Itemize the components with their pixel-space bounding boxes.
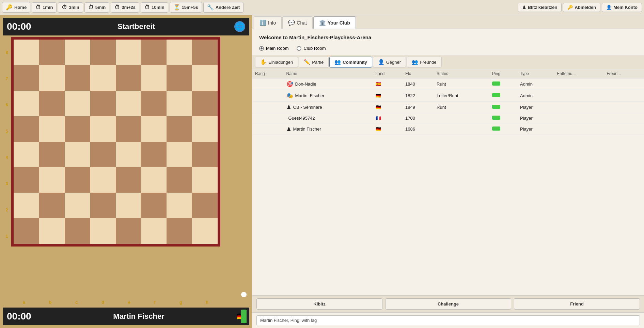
cell-c1[interactable] <box>65 218 90 244</box>
col-type[interactable]: Type <box>517 69 554 78</box>
5min-button[interactable]: ⏱ 5min <box>84 2 109 13</box>
cell-h7[interactable] <box>192 65 218 91</box>
col-name[interactable]: Name <box>284 69 373 78</box>
blitz-kiebitzen-button[interactable]: ♟ Blitz kiebitzen <box>518 3 562 12</box>
cell-c7[interactable] <box>65 65 90 91</box>
tab-your-club[interactable]: 🏛️ Your Club <box>313 16 356 29</box>
cell-e8[interactable] <box>116 40 141 65</box>
cell-e3[interactable] <box>116 167 141 193</box>
cell-g6[interactable] <box>167 91 192 116</box>
cell-e6[interactable] <box>116 91 141 116</box>
cell-f5[interactable] <box>141 116 167 142</box>
3min-button[interactable]: ⏱ 3min <box>58 2 83 13</box>
cell-g4[interactable] <box>167 142 192 167</box>
cell-f3[interactable] <box>141 167 167 193</box>
cell-b6[interactable] <box>39 91 65 116</box>
cell-h5[interactable] <box>192 116 218 142</box>
community-button[interactable]: 👥 Community <box>329 57 372 68</box>
col-entfernung[interactable]: Entfernu... <box>554 69 604 78</box>
table-row[interactable]: ♟ Martin Fischer 🇩🇪 1686 Player <box>252 123 644 135</box>
col-land[interactable]: Land <box>373 69 403 78</box>
abmelden-button[interactable]: 🔑 Abmelden <box>563 3 600 12</box>
col-ping[interactable]: Ping <box>489 69 517 78</box>
cell-c5[interactable] <box>65 116 90 142</box>
mein-konto-button[interactable]: 👤 Mein Konto <box>602 3 642 12</box>
cell-f4[interactable] <box>141 142 167 167</box>
cell-e2[interactable] <box>116 193 141 218</box>
col-elo[interactable]: Elo <box>403 69 434 78</box>
club-room-radio[interactable] <box>297 46 301 51</box>
cell-g7[interactable] <box>167 65 192 91</box>
tab-info[interactable]: ℹ️ Info <box>254 16 282 29</box>
cell-e4[interactable] <box>116 142 141 167</box>
cell-b5[interactable] <box>39 116 65 142</box>
cell-b7[interactable] <box>39 65 65 91</box>
cell-h8[interactable] <box>192 40 218 65</box>
club-room-option[interactable]: Club Room <box>297 46 326 51</box>
cell-f1[interactable] <box>141 218 167 244</box>
cell-c2[interactable] <box>65 193 90 218</box>
challenge-button[interactable]: Challenge <box>385 298 511 310</box>
cell-h3[interactable] <box>192 167 218 193</box>
cell-f8[interactable] <box>141 40 167 65</box>
kibitz-button[interactable]: Kibitz <box>256 298 382 310</box>
main-room-option[interactable]: Main Room <box>259 46 288 51</box>
col-status[interactable]: Status <box>434 69 489 78</box>
andere-zeit-button[interactable]: 🔧 Andere Zeit <box>203 2 244 13</box>
cell-b4[interactable] <box>39 142 65 167</box>
cell-d5[interactable] <box>90 116 116 142</box>
cell-h4[interactable] <box>192 142 218 167</box>
main-room-radio[interactable] <box>259 46 264 51</box>
cell-g8[interactable] <box>167 40 192 65</box>
friend-button[interactable]: Friend <box>514 298 640 310</box>
cell-d3[interactable] <box>90 167 116 193</box>
col-freunde[interactable]: Freun... <box>604 69 644 78</box>
table-row[interactable]: 🎯 Don-Nadie 🇪🇸 1840 Ruht Admin <box>252 78 644 90</box>
cell-a5[interactable] <box>14 116 39 142</box>
cell-c6[interactable] <box>65 91 90 116</box>
cell-h1[interactable] <box>192 218 218 244</box>
cell-b8[interactable] <box>39 40 65 65</box>
freunde-button[interactable]: 👥 Freunde <box>407 57 441 68</box>
cell-f6[interactable] <box>141 91 167 116</box>
cell-f7[interactable] <box>141 65 167 91</box>
home-button[interactable]: 🔑 Home <box>2 2 30 13</box>
cell-a3[interactable] <box>14 167 39 193</box>
cell-d2[interactable] <box>90 193 116 218</box>
cell-h2[interactable] <box>192 193 218 218</box>
table-row[interactable]: ♟ CB - Seminare 🇩🇪 1849 Ruht Player <box>252 102 644 113</box>
cell-b2[interactable] <box>39 193 65 218</box>
cell-e5[interactable] <box>116 116 141 142</box>
cell-d1[interactable] <box>90 218 116 244</box>
cell-e1[interactable] <box>116 218 141 244</box>
cell-d7[interactable] <box>90 65 116 91</box>
cell-a1[interactable] <box>14 218 39 244</box>
cell-g3[interactable] <box>167 167 192 193</box>
1min-button[interactable]: ⏱ 1min <box>32 2 57 13</box>
cell-h6[interactable] <box>192 91 218 116</box>
tab-chat[interactable]: 💬 Chat <box>282 16 313 29</box>
3m2s-button[interactable]: ⏱ 3m+2s <box>111 2 139 13</box>
cell-a7[interactable] <box>14 65 39 91</box>
cell-c3[interactable] <box>65 167 90 193</box>
einladungen-button[interactable]: ✋ Einladungen <box>255 57 298 68</box>
cell-a4[interactable] <box>14 142 39 167</box>
partie-button[interactable]: ✏️ Partie <box>299 57 329 68</box>
table-row[interactable]: 🎭 Martin_Fischer 🇩🇪 1822 Leiter/Ruht Adm… <box>252 90 644 102</box>
cell-b3[interactable] <box>39 167 65 193</box>
cell-a6[interactable] <box>14 91 39 116</box>
cell-e7[interactable] <box>116 65 141 91</box>
col-rang[interactable]: Rang <box>252 69 284 78</box>
gegner-button[interactable]: 👤 Gegner <box>373 57 406 68</box>
cell-c8[interactable] <box>65 40 90 65</box>
table-row[interactable]: Guest495742 🇫🇷 1700 Player <box>252 113 644 123</box>
cell-c4[interactable] <box>65 142 90 167</box>
status-input[interactable] <box>256 315 640 325</box>
cell-a8[interactable] <box>14 40 39 65</box>
cell-g2[interactable] <box>167 193 192 218</box>
cell-d4[interactable] <box>90 142 116 167</box>
10min-button[interactable]: ⏱ 10min <box>141 2 168 13</box>
cell-d6[interactable] <box>90 91 116 116</box>
cell-b1[interactable] <box>39 218 65 244</box>
chess-board[interactable] <box>11 37 220 247</box>
